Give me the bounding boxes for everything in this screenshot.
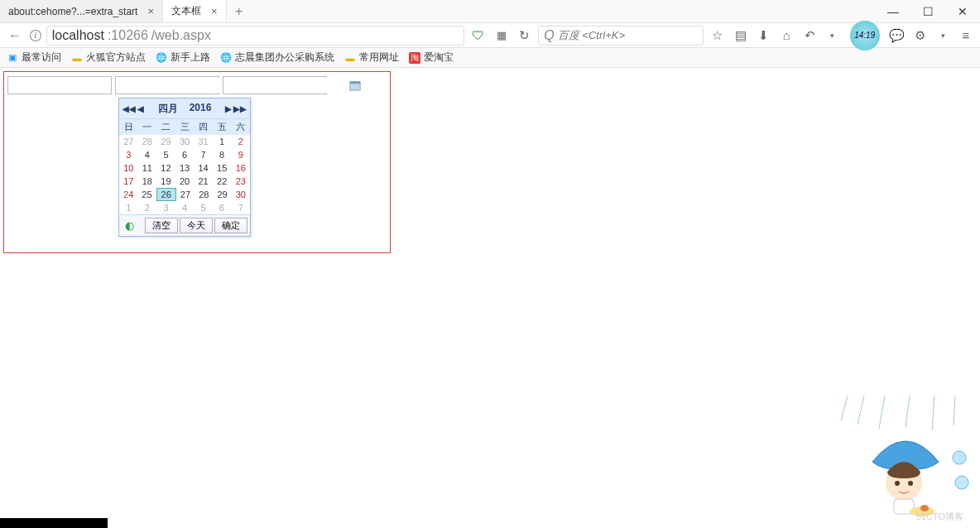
calendar-day[interactable]: 5 [194, 201, 213, 214]
calendar-day[interactable]: 8 [213, 148, 232, 161]
star-icon[interactable]: ☆ [709, 26, 727, 45]
calendar-day[interactable]: 28 [195, 188, 213, 201]
calendar-day[interactable]: 9 [231, 148, 250, 161]
calendar-grid: 2728293031123456789101112131415161718192… [119, 135, 250, 214]
calendar-day[interactable]: 26 [156, 188, 176, 201]
qr-icon[interactable]: ▦ [492, 26, 511, 45]
url-box[interactable]: localhost:10266/web.aspx [46, 26, 464, 46]
globe-icon: 🌐 [156, 52, 167, 64]
calendar-day[interactable]: 30 [175, 135, 195, 148]
back-button[interactable]: ← [5, 26, 25, 46]
plugin-dropdown-icon[interactable]: ▾ [934, 26, 952, 45]
tab-title: 文本框 [171, 4, 201, 18]
calendar-day[interactable]: 17 [119, 175, 138, 188]
clock-widget[interactable]: 14:19 [850, 21, 880, 50]
calendar-day[interactable]: 22 [213, 175, 232, 188]
bookmark-most-visited[interactable]: ▣最常访问 [7, 50, 61, 65]
bookmark-getting-started[interactable]: 🌐新手上路 [156, 50, 210, 65]
calendar-day[interactable]: 24 [119, 188, 137, 201]
calendar-day[interactable]: 2 [138, 201, 157, 214]
date-input-2[interactable] [223, 76, 327, 94]
maximize-button[interactable]: ☐ [910, 0, 945, 22]
plugin-icon[interactable]: ⚙ [910, 26, 929, 45]
page-content: ◀◀ ◀ 四月 2016 ▶ ▶▶ 日 一 二 三 四 五 六 [0, 68, 980, 257]
calendar-day[interactable]: 13 [175, 161, 195, 175]
new-tab-button[interactable]: + [227, 0, 252, 22]
calendar-day[interactable]: 3 [156, 201, 175, 214]
folder-icon: ▬ [71, 52, 83, 64]
calendar-day[interactable]: 27 [176, 188, 195, 201]
calendar-day[interactable]: 7 [194, 148, 213, 161]
undo-dropdown-icon[interactable]: ▾ [824, 26, 842, 45]
next-year-button[interactable]: ▶▶ [233, 104, 247, 113]
calendar-day[interactable]: 4 [138, 148, 157, 161]
calendar-day[interactable]: 21 [194, 175, 213, 188]
calendar-day[interactable]: 4 [175, 201, 195, 214]
text-input-1[interactable] [7, 76, 112, 94]
calendar-day[interactable]: 28 [138, 135, 157, 148]
reload-icon[interactable]: ↻ [515, 26, 533, 45]
minimize-button[interactable]: — [876, 0, 910, 22]
date-field-2[interactable] [225, 78, 349, 93]
calendar-day[interactable]: 31 [194, 135, 213, 148]
shield-icon[interactable]: 🛡 [469, 26, 488, 45]
search-input[interactable] [558, 27, 698, 44]
svg-line-5 [858, 396, 864, 425]
bookmark-aitaobao[interactable]: 淘爱淘宝 [409, 50, 454, 65]
calendar-trigger-icon[interactable] [349, 79, 361, 92]
calendar-day[interactable]: 14 [194, 161, 213, 175]
tab-title: about:cehome?...=extra_start [8, 6, 137, 17]
search-box[interactable]: Q [538, 26, 703, 46]
calendar-year[interactable]: 2016 [190, 102, 212, 116]
calendar-day[interactable]: 16 [231, 161, 250, 175]
calendar-day[interactable]: 19 [156, 175, 175, 188]
home-icon[interactable]: ⌂ [777, 26, 795, 45]
calendar-day[interactable]: 23 [231, 175, 250, 188]
calendar-tip-icon[interactable]: ◐ [122, 218, 137, 233]
bookmark-zhichen[interactable]: 🌐志晨集团办公采购系统 [220, 50, 334, 65]
close-icon[interactable]: × [147, 5, 154, 17]
site-info-icon[interactable]: i [30, 30, 41, 41]
calendar-day[interactable]: 1 [119, 201, 138, 214]
next-month-button[interactable]: ▶ [225, 104, 232, 113]
reader-icon[interactable]: ▤ [732, 26, 750, 45]
browser-tab-1[interactable]: 文本框 × [163, 0, 227, 22]
calendar-day[interactable]: 3 [119, 148, 138, 161]
calendar-day[interactable]: 1 [213, 135, 232, 148]
calendar-clear-button[interactable]: 清空 [145, 218, 178, 233]
window-close-button[interactable]: ✕ [945, 0, 980, 22]
calendar-today-button[interactable]: 今天 [180, 218, 213, 233]
calendar-day[interactable]: 7 [231, 201, 250, 214]
calendar-day[interactable]: 18 [138, 175, 157, 188]
calendar-day[interactable]: 12 [156, 161, 175, 175]
download-icon[interactable]: ⬇ [754, 26, 772, 45]
chat-icon[interactable]: 💬 [888, 26, 906, 45]
calendar-day[interactable]: 29 [213, 188, 231, 201]
calendar-day[interactable]: 5 [156, 148, 175, 161]
calendar-day[interactable]: 11 [138, 161, 157, 175]
calendar-day[interactable]: 20 [175, 175, 195, 188]
close-icon[interactable]: × [211, 5, 218, 17]
prev-month-button[interactable]: ◀ [137, 104, 144, 113]
calendar-ok-button[interactable]: 确定 [214, 218, 247, 233]
calendar-day[interactable]: 27 [119, 135, 138, 148]
prev-year-button[interactable]: ◀◀ [122, 104, 136, 113]
taskbar-fragment [0, 518, 108, 528]
hamburger-icon[interactable]: ≡ [957, 26, 975, 45]
bookmark-firefox-official[interactable]: ▬火狐官方站点 [71, 50, 146, 65]
calendar-day[interactable]: 2 [231, 135, 250, 148]
calendar-day[interactable]: 10 [119, 161, 138, 175]
calendar-day[interactable]: 15 [213, 161, 232, 175]
calendar-day[interactable]: 6 [213, 201, 232, 214]
calendar-day[interactable]: 6 [175, 148, 195, 161]
calendar-day[interactable]: 30 [232, 188, 250, 201]
calendar-month[interactable]: 四月 [158, 102, 178, 116]
calendar-day[interactable]: 29 [156, 135, 175, 148]
globe-icon: 🌐 [220, 52, 232, 64]
bookmark-label: 火狐官方站点 [86, 50, 146, 65]
browser-tab-0[interactable]: about:cehome?...=extra_start × [0, 0, 163, 22]
undo-icon[interactable]: ↶ [800, 26, 819, 45]
bookmark-common-urls[interactable]: ▬常用网址 [344, 50, 399, 65]
calendar-day[interactable]: 25 [137, 188, 156, 201]
date-input-1[interactable] [115, 76, 219, 94]
